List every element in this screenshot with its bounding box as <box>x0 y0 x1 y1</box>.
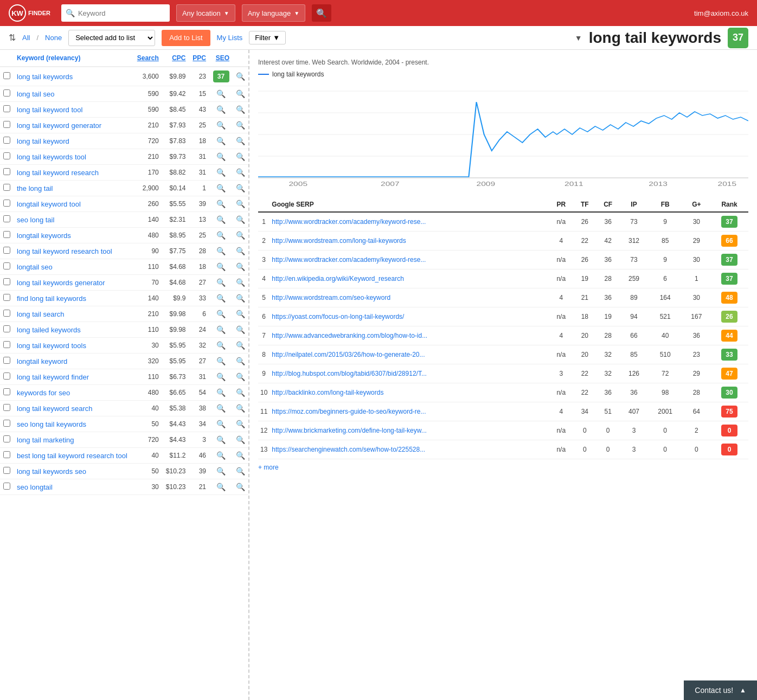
row-checkbox[interactable] <box>0 432 14 448</box>
checkbox[interactable] <box>3 215 10 222</box>
keyword-text[interactable]: seo longtail <box>14 479 133 495</box>
row-checkbox[interactable] <box>0 149 14 165</box>
keyword-text[interactable]: long tail keywords seo <box>14 464 133 479</box>
checkbox[interactable] <box>3 451 10 458</box>
keyword-text[interactable]: longtail keyword <box>14 354 133 369</box>
checkbox[interactable] <box>3 357 10 364</box>
checkbox[interactable] <box>3 435 10 442</box>
search-box[interactable]: 🔍 <box>61 4 170 22</box>
keyword-text[interactable]: long tail search <box>14 306 133 322</box>
checkbox[interactable] <box>3 325 10 332</box>
keyword-text[interactable]: long tailed keywords <box>14 322 133 338</box>
search-icon-small[interactable]: 🔍 <box>216 262 226 271</box>
checkbox[interactable] <box>3 137 10 144</box>
contact-bar[interactable]: Contact us! ▲ <box>684 680 757 700</box>
checkbox[interactable] <box>3 420 10 427</box>
action-icon[interactable]: 🔍 <box>236 247 245 255</box>
serp-url[interactable]: http://www.wordstream.com/seo-keyword <box>270 288 549 307</box>
search-icon-small[interactable]: 🔍 <box>216 152 226 161</box>
action-icon[interactable]: 🔍 <box>236 373 245 381</box>
checkbox[interactable] <box>3 278 10 285</box>
search-icon-small[interactable]: 🔍 <box>216 294 226 303</box>
row-action[interactable]: 🔍 <box>233 118 248 133</box>
location-dropdown[interactable]: Any location ▼ <box>176 4 235 22</box>
checkbox[interactable] <box>3 121 10 128</box>
action-icon[interactable]: 🔍 <box>236 435 245 444</box>
search-icon-small[interactable]: 🔍 <box>216 483 226 491</box>
checkbox[interactable] <box>3 294 10 301</box>
keyword-text[interactable]: long tail seo <box>14 86 133 102</box>
checkbox[interactable] <box>3 168 10 175</box>
checkbox[interactable] <box>3 404 10 411</box>
search-icon-small[interactable]: 🔍 <box>216 388 226 397</box>
row-checkbox[interactable] <box>0 67 14 86</box>
keyword-text[interactable]: seo long tail keywords <box>14 416 133 432</box>
row-action[interactable]: 🔍 <box>233 338 248 354</box>
serp-url[interactable]: http://neilpatel.com/2015/03/26/how-to-g… <box>270 345 549 364</box>
row-checkbox[interactable] <box>0 118 14 133</box>
checkbox[interactable] <box>3 89 10 97</box>
title-dropdown-caret[interactable]: ▼ <box>575 34 582 42</box>
action-icon[interactable]: 🔍 <box>236 89 245 98</box>
search-icon-small[interactable]: 🔍 <box>216 357 226 365</box>
checkbox[interactable] <box>3 262 10 269</box>
search-icon-small[interactable]: 🔍 <box>216 373 226 381</box>
language-dropdown[interactable]: Any language ▼ <box>242 4 305 22</box>
action-icon[interactable]: 🔍 <box>236 451 245 460</box>
keyword-text[interactable]: long tail keyword generator <box>14 118 133 133</box>
action-icon[interactable]: 🔍 <box>236 404 245 413</box>
serp-url[interactable]: http://www.wordtracker.com/academy/keywo… <box>270 251 549 269</box>
th-seo[interactable]: SEO <box>209 50 233 67</box>
serp-url[interactable]: https://yoast.com/focus-on-long-tail-key… <box>270 307 549 326</box>
row-action[interactable]: 🔍 <box>233 133 248 149</box>
row-checkbox[interactable] <box>0 212 14 228</box>
all-link[interactable]: All <box>22 34 30 42</box>
search-icon-small[interactable]: 🔍 <box>216 310 226 318</box>
row-action[interactable]: 🔍 <box>233 228 248 243</box>
row-action[interactable]: 🔍 <box>233 306 248 322</box>
action-icon[interactable]: 🔍 <box>236 105 245 114</box>
row-checkbox[interactable] <box>0 275 14 291</box>
row-checkbox[interactable] <box>0 133 14 149</box>
checkbox[interactable] <box>3 467 10 474</box>
row-action[interactable]: 🔍 <box>233 432 248 448</box>
row-action[interactable]: 🔍 <box>233 401 248 416</box>
action-icon[interactable]: 🔍 <box>236 341 245 350</box>
action-icon[interactable]: 🔍 <box>236 388 245 397</box>
action-icon[interactable]: 🔍 <box>236 152 245 161</box>
row-checkbox[interactable] <box>0 354 14 369</box>
keyword-text[interactable]: long tail keyword research <box>14 165 133 181</box>
row-action[interactable]: 🔍 <box>233 479 248 495</box>
keyword-input[interactable] <box>78 9 165 17</box>
action-icon[interactable]: 🔍 <box>236 483 245 491</box>
action-icon[interactable]: 🔍 <box>236 357 245 365</box>
row-checkbox[interactable] <box>0 306 14 322</box>
search-icon-small[interactable]: 🔍 <box>216 137 226 145</box>
row-checkbox[interactable] <box>0 464 14 479</box>
keyword-text[interactable]: long tail keyword research tool <box>14 243 133 259</box>
action-icon[interactable]: 🔍 <box>236 325 245 334</box>
checkbox[interactable] <box>3 373 10 380</box>
my-lists-button[interactable]: My Lists <box>217 34 243 42</box>
keyword-text[interactable]: longtail keywords <box>14 228 133 243</box>
checkbox[interactable] <box>3 483 10 490</box>
keyword-text[interactable]: keywords for seo <box>14 385 133 401</box>
search-icon-small[interactable]: 🔍 <box>216 121 226 130</box>
search-icon-small[interactable]: 🔍 <box>216 404 226 413</box>
action-icon[interactable]: 🔍 <box>236 420 245 428</box>
row-action[interactable]: 🔍 <box>233 149 248 165</box>
serp-url[interactable]: http://backlinko.com/long-tail-keywords <box>270 383 549 402</box>
none-link[interactable]: None <box>45 34 62 42</box>
action-icon[interactable]: 🔍 <box>236 310 245 318</box>
row-action[interactable]: 🔍 <box>233 212 248 228</box>
search-icon-small[interactable]: 🔍 <box>216 184 226 192</box>
serp-url[interactable]: http://www.wordstream.com/long-tail-keyw… <box>270 232 549 251</box>
row-checkbox[interactable] <box>0 416 14 432</box>
search-button[interactable]: 🔍 <box>312 4 331 22</box>
keyword-text[interactable]: the long tail <box>14 181 133 196</box>
keyword-text[interactable]: long tail marketing <box>14 432 133 448</box>
serp-url[interactable]: http://www.wordtracker.com/academy/keywo… <box>270 212 549 232</box>
action-icon[interactable]: 🔍 <box>236 467 245 476</box>
row-action[interactable]: 🔍 <box>233 196 248 212</box>
row-action[interactable]: 🔍 <box>233 369 248 385</box>
